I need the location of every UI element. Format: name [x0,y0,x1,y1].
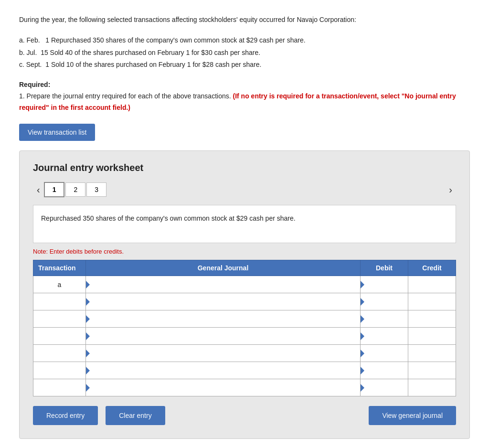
tab-navigation: ‹ 1 2 3 › [33,182,456,197]
credit-cell[interactable] [408,362,456,379]
transaction-cell [33,379,86,396]
tab-1[interactable]: 1 [44,182,65,197]
table-row [33,345,456,362]
general-journal-input[interactable] [86,276,360,293]
view-general-journal-button[interactable]: View general journal [369,406,456,425]
col-header-debit: Debit [361,260,408,276]
credit-cell[interactable] [408,345,456,362]
credit-input[interactable] [408,276,456,293]
clear-entry-button[interactable]: Clear entry [106,406,165,425]
journal-table: Transaction General Journal Debit Credit… [33,260,456,396]
general-journal-cell[interactable] [86,276,361,293]
debit-input[interactable] [361,379,408,396]
table-row [33,310,456,328]
col-header-credit: Credit [408,260,456,276]
debit-input[interactable] [361,276,408,293]
debit-cell[interactable] [361,328,408,345]
table-row [33,293,456,310]
worksheet-title: Journal entry worksheet [33,162,456,173]
credit-input[interactable] [408,328,456,344]
journal-entry-worksheet: Journal entry worksheet ‹ 1 2 3 › Repurc… [19,150,470,439]
debit-input[interactable] [361,293,408,310]
debit-cell[interactable] [361,276,408,293]
debit-cell[interactable] [361,310,408,328]
general-journal-cell[interactable] [86,310,361,328]
general-journal-input[interactable] [86,310,360,327]
transaction-b: b. Jul. 15 Sold 40 of the shares purchas… [19,47,470,59]
debit-cell[interactable] [361,379,408,396]
transaction-a: a. Feb. 1 Repurchased 350 shares of the … [19,34,470,46]
debit-cell[interactable] [361,293,408,310]
credit-input[interactable] [408,345,456,362]
record-entry-button[interactable]: Record entry [33,406,98,425]
credit-cell[interactable] [408,379,456,396]
credit-cell[interactable] [408,276,456,293]
transaction-description: Repurchased 350 shares of the company's … [33,205,456,243]
view-transaction-list-button[interactable]: View transaction list [19,124,95,141]
general-journal-input[interactable] [86,293,360,310]
credit-input[interactable] [408,310,456,327]
intro-text: During the year, the following selected … [19,14,470,25]
transaction-c: c. Sept. 1 Sold 10 of the shares purchas… [19,59,470,71]
credit-cell[interactable] [408,310,456,328]
debit-cell[interactable] [361,362,408,379]
debit-input[interactable] [361,328,408,344]
general-journal-cell[interactable] [86,362,361,379]
general-journal-input[interactable] [86,345,360,362]
general-journal-input[interactable] [86,362,360,379]
tab-next-arrow[interactable]: › [445,182,456,197]
instruction-plain: 1. Prepare the journal entry required fo… [19,92,231,100]
required-section: Required: 1. Prepare the journal entry r… [19,79,470,113]
credit-cell[interactable] [408,293,456,310]
table-row [33,328,456,345]
table-row: a [33,276,456,293]
general-journal-input[interactable] [86,328,360,344]
transaction-cell [33,345,86,362]
debit-input[interactable] [361,310,408,327]
transactions-list: a. Feb. 1 Repurchased 350 shares of the … [19,34,470,71]
debit-credit-note: Note: Enter debits before credits. [33,248,456,255]
debit-cell[interactable] [361,345,408,362]
transaction-cell [33,328,86,345]
credit-input[interactable] [408,362,456,379]
tab-3[interactable]: 3 [86,182,106,197]
tab-prev-arrow[interactable]: ‹ [33,182,44,197]
col-header-transaction: Transaction [33,260,86,276]
required-label: Required: [19,81,50,88]
credit-input[interactable] [408,379,456,396]
credit-input[interactable] [408,293,456,310]
table-row [33,362,456,379]
tab-2[interactable]: 2 [65,182,85,197]
general-journal-cell[interactable] [86,345,361,362]
debit-input[interactable] [361,345,408,362]
debit-input[interactable] [361,362,408,379]
transaction-cell: a [33,276,86,293]
transaction-cell [33,362,86,379]
transaction-cell [33,293,86,310]
transaction-cell [33,310,86,328]
general-journal-cell[interactable] [86,328,361,345]
action-buttons: Record entry Clear entry View general jo… [33,406,456,425]
col-header-general-journal: General Journal [86,260,361,276]
general-journal-cell[interactable] [86,293,361,310]
credit-cell[interactable] [408,328,456,345]
general-journal-input[interactable] [86,379,360,396]
table-row [33,379,456,396]
general-journal-cell[interactable] [86,379,361,396]
